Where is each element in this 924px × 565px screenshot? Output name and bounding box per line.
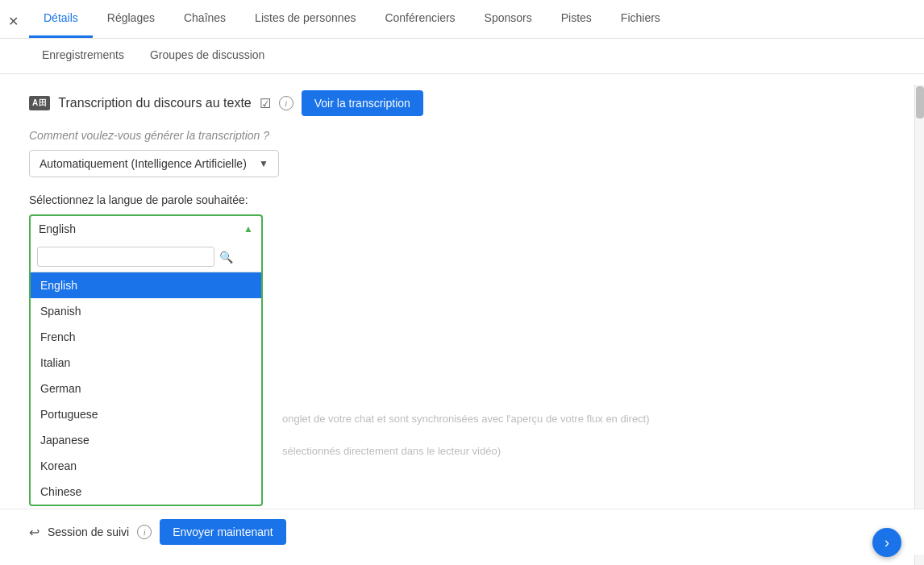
lang-option-spanish[interactable]: Spanish bbox=[31, 298, 261, 324]
tab-details[interactable]: Détails bbox=[29, 0, 93, 38]
transcription-info-icon[interactable]: i bbox=[279, 96, 293, 110]
tab-chaines[interactable]: Chaînes bbox=[169, 0, 240, 38]
language-dropdown-selected[interactable]: English ▲ bbox=[29, 214, 263, 242]
lang-option-korean[interactable]: Korean bbox=[31, 453, 261, 479]
transcription-question: Comment voulez-vous générer la transcrip… bbox=[29, 129, 895, 142]
lang-select-label: Sélectionnez la langue de parole souhait… bbox=[29, 193, 895, 206]
lang-option-chinese[interactable]: Chinese bbox=[31, 479, 261, 505]
tab-groupes[interactable]: Groupes de discussion bbox=[137, 39, 277, 73]
tab-conferenciers[interactable]: Conférenciers bbox=[370, 0, 469, 38]
send-now-button[interactable]: Envoyer maintenant bbox=[160, 519, 286, 545]
lang-option-french[interactable]: French bbox=[31, 324, 261, 350]
second-nav: Enregistrements Groupes de discussion bbox=[0, 39, 924, 74]
session-label: Session de suivi bbox=[48, 526, 129, 538]
view-transcription-button[interactable]: Voir la transcription bbox=[302, 90, 423, 116]
lang-option-portuguese[interactable]: Portuguese bbox=[31, 401, 261, 427]
lang-option-german[interactable]: German bbox=[31, 376, 261, 401]
scroll-arrow-icon: › bbox=[884, 534, 889, 551]
scroll-down-arrow[interactable]: › bbox=[872, 528, 901, 557]
transcription-checkbox[interactable]: ☑ bbox=[260, 96, 271, 111]
tab-reglages[interactable]: Réglages bbox=[93, 0, 169, 38]
session-bar: ↩ Session de suivi i Envoyer maintenant bbox=[0, 509, 924, 555]
tab-fichiers[interactable]: Fichiers bbox=[606, 0, 675, 38]
ai-dropdown[interactable]: Automatiquement (Intelligence Artificiel… bbox=[29, 150, 279, 177]
session-info-icon[interactable]: i bbox=[137, 525, 152, 539]
ai-option-label: Automatiquement (Intelligence Artificiel… bbox=[40, 157, 247, 170]
search-icon: 🔍 bbox=[219, 251, 233, 264]
nav-tabs: Détails Réglages Chaînes Listes de perso… bbox=[29, 0, 675, 38]
transcription-title: Transcription du discours au texte bbox=[58, 96, 252, 110]
lang-option-italian[interactable]: Italian bbox=[31, 350, 261, 376]
top-nav: Détails Réglages Chaînes Listes de perso… bbox=[0, 0, 924, 39]
language-search-wrapper: 🔍 bbox=[31, 242, 261, 272]
ai-dropdown-arrow-icon: ▼ bbox=[259, 158, 268, 169]
tab-pistes[interactable]: Pistes bbox=[547, 0, 606, 38]
language-dropdown-menu: 🔍 English Spanish French Italian German … bbox=[29, 242, 263, 506]
lang-option-english[interactable]: English bbox=[31, 272, 261, 298]
tab-listes-personnes[interactable]: Listes de personnes bbox=[240, 0, 370, 38]
selected-language-label: English bbox=[39, 222, 76, 235]
bg-text-direct: sélectionnés directement dans le lecteur… bbox=[282, 445, 895, 457]
session-icon: ↩ bbox=[29, 525, 40, 540]
dropdown-arrow-up-icon: ▲ bbox=[243, 223, 253, 235]
tab-sponsors[interactable]: Sponsors bbox=[470, 0, 547, 38]
transcription-icon: A田 bbox=[29, 96, 50, 110]
lang-option-japanese[interactable]: Japanese bbox=[31, 427, 261, 453]
language-search-input[interactable] bbox=[37, 247, 214, 267]
bg-text-chat: onglet de votre chat et sont synchronisé… bbox=[282, 413, 895, 425]
tab-enregistrements[interactable]: Enregistrements bbox=[29, 39, 137, 73]
language-dropdown-wrapper: English ▲ 🔍 English Spanish French Itali… bbox=[29, 214, 263, 242]
main-content: A田 Transcription du discours au texte ☑ … bbox=[0, 74, 924, 555]
transcription-header: A田 Transcription du discours au texte ☑ … bbox=[29, 90, 895, 116]
